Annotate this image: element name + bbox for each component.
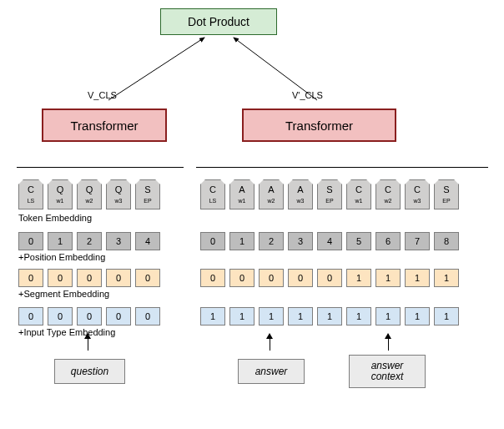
arrow-up-icon [388,334,389,351]
seg-cell: 0 [135,269,160,287]
seg-cell: 0 [106,269,131,287]
pos-cell: 5 [346,232,371,250]
token-cell: Aw2 [259,179,284,209]
arrow-up-icon [270,334,270,351]
answer-input-label: answer [238,359,305,384]
pos-cell: 3 [106,232,131,250]
seg-cell: 0 [288,269,313,287]
typ-cell: 1 [375,307,401,326]
pos-right: 0 1 2 3 4 5 6 7 8 [200,232,459,250]
transformer-left: Transformer [42,109,167,142]
token-cell: CLS [18,179,43,209]
seg-cell: 1 [346,269,371,287]
transformer-right: Transformer [242,109,396,142]
typ-emb-label: +Input Type Embedding [18,327,115,337]
pos-left: 0 1 2 3 4 [18,232,160,250]
token-cell: SEP [135,179,160,209]
token-cell: Aw3 [288,179,313,209]
typ-cell: 1 [346,307,371,326]
typ-cell: 1 [259,307,284,326]
typ-cell: 0 [135,307,160,326]
token-cell: Qw2 [77,179,102,209]
vcls-left-label: V_CLS [88,90,117,100]
pos-cell: 1 [229,232,255,250]
token-emb-label: Token Embedding [18,213,92,223]
tokens-right: CLS Aw1 Aw2 Aw3 SEP Cw1 Cw2 Cw3 SEP [200,179,459,209]
typ-cell: 0 [48,307,73,326]
seg-cell: 1 [405,269,430,287]
pos-cell: 4 [135,232,160,250]
typ-cell: 1 [405,307,430,326]
seg-cell: 1 [375,269,401,287]
pos-cell: 3 [288,232,313,250]
token-cell: Qw1 [48,179,73,209]
question-input-label: question [54,359,125,384]
seg-cell: 0 [317,269,342,287]
seg-cell: 0 [77,269,102,287]
seg-cell: 0 [18,269,43,287]
seg-cell: 0 [200,269,225,287]
pos-cell: 6 [375,232,401,250]
pos-cell: 7 [405,232,430,250]
divider-right [196,167,488,168]
dot-product-box: Dot Product [160,8,277,35]
seg-cell: 0 [259,269,284,287]
token-cell: Qw3 [106,179,131,209]
token-cell: Aw1 [229,179,255,209]
dual-encoder-diagram: Dot Product V_CLS V'_CLS Transformer Tra… [0,0,504,429]
pos-cell: 1 [48,232,73,250]
typ-cell: 1 [317,307,342,326]
typ-cell: 1 [200,307,225,326]
pos-emb-label: +Position Embedding [18,252,105,262]
pos-cell: 2 [259,232,284,250]
typ-left: 0 0 0 0 0 [18,307,160,326]
pos-cell: 8 [434,232,459,250]
typ-cell: 1 [288,307,313,326]
seg-right: 0 0 0 0 0 1 1 1 1 [200,269,459,287]
typ-cell: 1 [434,307,459,326]
arrow-up-icon [88,334,88,351]
pos-cell: 2 [77,232,102,250]
token-cell: SEP [317,179,342,209]
token-cell: Cw3 [405,179,430,209]
vcls-right-label: V'_CLS [292,90,323,100]
typ-cell: 0 [18,307,43,326]
answer-context-input-label: answer context [349,355,426,388]
token-cell: Cw1 [346,179,371,209]
seg-emb-label: +Segment Embedding [18,289,109,299]
pos-cell: 0 [18,232,43,250]
seg-cell: 0 [229,269,255,287]
token-cell: Cw2 [375,179,401,209]
svg-line-0 [108,38,204,100]
typ-right: 1 1 1 1 1 1 1 1 1 [200,307,459,326]
seg-cell: 1 [434,269,459,287]
token-cell: SEP [434,179,459,209]
typ-cell: 0 [77,307,102,326]
typ-cell: 0 [106,307,131,326]
pos-cell: 0 [200,232,225,250]
tokens-left: CLS Qw1 Qw2 Qw3 SEP [18,179,160,209]
token-cell: CLS [200,179,225,209]
seg-left: 0 0 0 0 0 [18,269,160,287]
divider-left [17,167,184,168]
pos-cell: 4 [317,232,342,250]
typ-cell: 1 [229,307,255,326]
seg-cell: 0 [48,269,73,287]
